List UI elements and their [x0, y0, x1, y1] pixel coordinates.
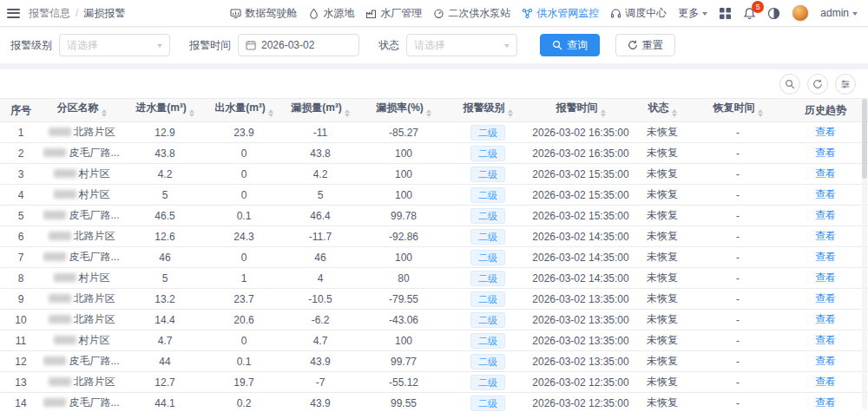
nav-pipe-network-monitor[interactable]: 供水管网监控	[522, 6, 599, 21]
cell-level: 二级	[446, 310, 529, 330]
cell-outflow: 20.6	[208, 310, 279, 330]
cell-recover-time: -	[693, 206, 783, 226]
col-inflow[interactable]: 进水量(m³)	[122, 99, 208, 122]
col-status[interactable]: 状态	[632, 99, 693, 122]
col-outflow[interactable]: 出水量(m³)	[208, 99, 279, 122]
sort-icon[interactable]	[426, 107, 431, 120]
notification-bell-icon[interactable]: 5	[743, 7, 756, 20]
nav-water-source[interactable]: 水源地	[308, 6, 354, 21]
sort-icon[interactable]	[601, 107, 606, 120]
cell-alarm-time: 2026-03-02 15:35:00	[529, 206, 632, 226]
sort-icon[interactable]	[672, 107, 677, 120]
user-menu[interactable]: admin	[820, 7, 858, 19]
cell-status: 未恢复	[632, 268, 693, 289]
level-badge: 二级	[470, 333, 505, 349]
cell-index: 13	[0, 372, 42, 393]
status-select[interactable]: 请选择	[406, 34, 517, 56]
nav-dispatch-center[interactable]: 调度中心	[610, 6, 667, 21]
view-link[interactable]: 查看	[815, 126, 836, 138]
nav-pump-station[interactable]: 二次供水泵站	[433, 6, 510, 21]
cell-status: 未恢复	[632, 143, 693, 164]
cell-zone: 北路片区	[42, 310, 122, 330]
redacted-blur	[49, 128, 71, 136]
table-row: 14 皮毛厂路... 44.1 0.2 43.9 99.55 二级 2026-0…	[0, 393, 868, 412]
view-link[interactable]: 查看	[815, 167, 836, 180]
column-settings-icon[interactable]	[835, 74, 856, 95]
cell-zone: 村片区	[42, 268, 122, 289]
view-link[interactable]: 查看	[815, 147, 836, 159]
nav-data-cockpit[interactable]: 数据驾驶舱	[230, 6, 297, 21]
view-link[interactable]: 查看	[815, 396, 836, 409]
chevron-down-icon	[157, 44, 162, 50]
headset-icon	[610, 8, 621, 19]
pump-gauge-icon	[433, 8, 444, 19]
sort-icon[interactable]	[758, 107, 763, 120]
table-refresh-icon[interactable]	[807, 74, 828, 95]
reset-button[interactable]: 重置	[615, 34, 675, 56]
cell-level: 二级	[446, 393, 529, 412]
view-link[interactable]: 查看	[815, 209, 836, 221]
cell-loss: 5	[279, 185, 361, 206]
nav-water-plant[interactable]: 水厂管理	[365, 6, 422, 21]
col-loss-rate[interactable]: 漏损率(%)	[361, 99, 446, 122]
level-badge: 二级	[470, 229, 505, 245]
view-link[interactable]: 查看	[815, 313, 836, 325]
menu-collapse-icon[interactable]	[7, 9, 20, 18]
table-search-icon[interactable]	[779, 74, 800, 95]
cell-loss: 4	[279, 268, 361, 289]
cell-loss-rate: -55.12	[361, 372, 446, 393]
cell-loss-rate: 99.77	[361, 351, 446, 372]
avatar[interactable]	[792, 4, 809, 22]
col-recover-time[interactable]: 恢复时间	[693, 99, 783, 122]
level-badge: 二级	[470, 271, 505, 286]
cell-loss: -11	[279, 122, 361, 143]
cell-index: 3	[0, 164, 42, 185]
cell-loss-rate: 100	[361, 247, 446, 268]
sort-icon[interactable]	[508, 107, 513, 120]
cell-inflow: 5	[122, 185, 208, 206]
cell-action: 查看	[783, 206, 868, 226]
cell-status: 未恢复	[632, 351, 693, 372]
view-link[interactable]: 查看	[815, 188, 836, 200]
view-link[interactable]: 查看	[815, 334, 836, 346]
table-row: 10 北路片区 14.4 20.6 -6.2 -43.06 二级 2026-03…	[0, 310, 868, 330]
col-level[interactable]: 报警级别	[446, 99, 529, 122]
col-loss[interactable]: 漏损量(m³)	[279, 99, 361, 122]
view-link[interactable]: 查看	[815, 292, 836, 304]
alarm-level-select[interactable]: 请选择	[59, 34, 170, 56]
view-link[interactable]: 查看	[815, 230, 836, 242]
vertical-scrollbar[interactable]	[862, 99, 867, 409]
view-link[interactable]: 查看	[815, 376, 836, 388]
cell-alarm-time: 2026-03-02 14:35:00	[529, 247, 632, 268]
view-link[interactable]: 查看	[815, 271, 836, 284]
cell-loss-rate: 100	[361, 164, 446, 185]
theme-icon[interactable]	[767, 7, 780, 20]
col-zone[interactable]: 分区名称	[42, 99, 122, 122]
cell-status: 未恢复	[632, 164, 693, 185]
cell-loss: 46.4	[279, 206, 361, 226]
query-button[interactable]: 查询	[540, 34, 600, 56]
level-badge: 二级	[470, 250, 505, 265]
cell-index: 6	[0, 226, 42, 247]
sort-icon[interactable]	[102, 107, 107, 120]
cell-zone: 北路片区	[42, 122, 122, 143]
cell-action: 查看	[783, 330, 868, 351]
level-badge: 二级	[470, 312, 505, 328]
view-link[interactable]: 查看	[815, 355, 836, 367]
scrollbar-thumb[interactable]	[862, 99, 867, 179]
cell-inflow: 43.8	[122, 143, 208, 164]
chevron-down-icon	[504, 44, 510, 50]
nav-more[interactable]: 更多	[678, 6, 707, 21]
sort-icon[interactable]	[345, 107, 350, 120]
cell-zone: 北路片区	[42, 226, 122, 247]
cell-zone: 皮毛厂路...	[42, 351, 122, 372]
sort-icon[interactable]	[189, 107, 194, 120]
sort-icon[interactable]	[268, 107, 273, 120]
search-icon	[552, 40, 562, 50]
alarm-date-input[interactable]: 2026-03-02	[238, 34, 359, 56]
cell-loss: 43.9	[279, 351, 361, 372]
col-alarm-time[interactable]: 报警时间	[529, 99, 632, 122]
apps-grid-icon[interactable]	[719, 7, 732, 20]
cell-index: 2	[0, 143, 42, 164]
view-link[interactable]: 查看	[815, 251, 836, 263]
